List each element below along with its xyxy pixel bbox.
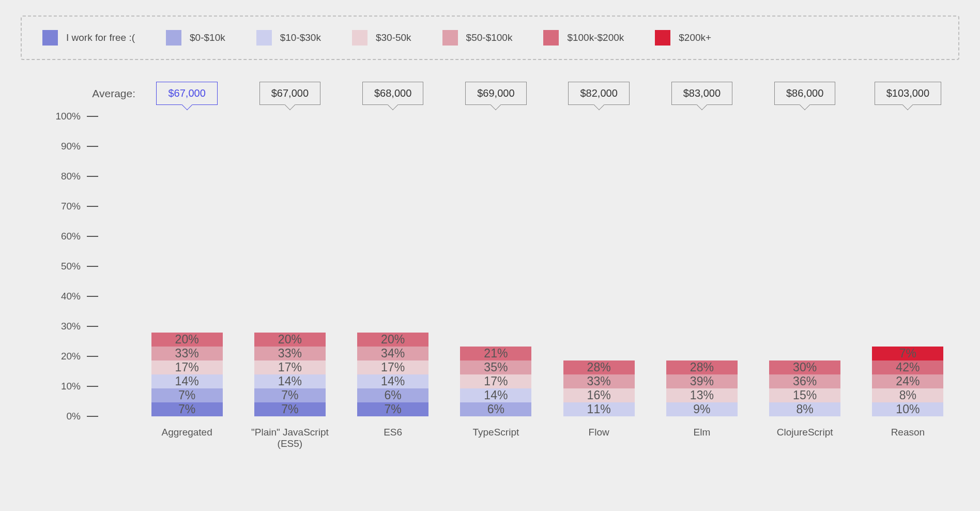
bar-segment: 14% [151,374,223,388]
y-tick: 40% [61,291,98,302]
stacked-bar: 7%7%14%17%33%20% [151,333,223,416]
average-tag: $103,000 [875,82,941,105]
bar-segment-label: 17% [484,374,508,388]
bar-segment: 33% [254,347,326,360]
bar-segment-label: 33% [278,347,302,360]
y-tick: 90% [61,141,98,152]
bar-segment-label: 15% [793,388,817,402]
bar-segment: 13% [666,388,738,402]
bar-segment: 7% [254,388,326,402]
average-row: Average: $67,000$67,000$68,000$69,000$82… [21,82,959,105]
bar-segment: 9% [666,402,738,416]
bar-segment: 6% [357,388,428,402]
bar-segment: 14% [254,374,326,388]
y-tick-mark [87,266,98,267]
y-tick: 60% [61,231,98,242]
bar-segment: 10% [872,402,943,416]
bar-segment-label: 17% [175,360,199,374]
bar-segment: 42% [872,360,943,374]
legend-label: $10-$30k [280,32,321,44]
bar-segment: 16% [563,388,635,402]
chart-area: 0%10%20%30%40%50%60%70%80%90%100% 7%7%14… [21,116,959,416]
average-tag: $68,000 [362,82,423,105]
legend-swatch [442,30,458,46]
bar-segment-label: 20% [278,333,302,347]
average-tag: $86,000 [774,82,835,105]
legend: I work for free :($0-$10k$10-$30k$30-50k… [21,16,959,60]
bar-segment-label: 14% [484,388,508,402]
bar-segment: 17% [254,360,326,374]
y-tick: 100% [55,111,98,122]
bar-segment: 7% [254,402,326,416]
x-axis-label: Aggregated [135,427,238,449]
legend-item: $50-$100k [442,30,513,46]
bar-segment-label: 7% [281,388,298,402]
legend-item: $10-$30k [256,30,321,46]
y-tick-label: 70% [61,201,81,212]
stacked-bar: 10%8%24%42%7% [872,347,943,416]
bar-segment-label: 16% [587,388,611,402]
bar-segment: 20% [254,333,326,347]
bar-segment-label: 17% [381,360,405,374]
bar-segment-label: 7% [385,402,402,416]
y-tick-label: 100% [55,111,81,122]
legend-swatch [166,30,181,46]
bar-segment: 33% [563,374,635,388]
x-axis-label: ES6 [342,427,445,449]
bar-segment: 8% [872,388,943,402]
bar-segment-label: 10% [896,402,920,416]
bar-segment-label: 14% [175,374,199,388]
bar-segment: 20% [357,333,428,347]
legend-swatch [256,30,272,46]
bar-segment: 17% [357,360,428,374]
legend-label: $100k-$200k [567,32,624,44]
bar-segment: 7% [151,402,223,416]
average-tag: $69,000 [465,82,526,105]
bar-segment-label: 7% [178,388,195,402]
y-tick-mark [87,386,98,387]
average-tag: $67,000 [259,82,320,105]
bar-segment-label: 28% [587,360,611,374]
legend-label: $50-$100k [466,32,513,44]
bar-segment-label: 11% [587,402,611,416]
bar-segment: 35% [460,360,531,374]
bar-segment: 39% [666,374,738,388]
bar-segment-label: 14% [278,374,302,388]
bar-segment-label: 7% [178,402,195,416]
legend-swatch [655,30,670,46]
bar-segment-label: 21% [484,347,508,360]
bar-segment: 7% [151,388,223,402]
legend-label: $200k+ [679,32,711,44]
bar-segment: 21% [460,347,531,360]
bar-segment-label: 14% [381,374,405,388]
bar-segment-label: 30% [793,360,817,374]
bar-segment: 33% [151,347,223,360]
stacked-bar: 11%16%33%28% [563,360,635,416]
y-tick-mark [87,236,98,237]
bar-segment-label: 6% [385,388,402,402]
y-tick: 80% [61,171,98,182]
bar-segment: 11% [563,402,635,416]
x-axis-label: TypeScript [445,427,547,449]
legend-label: $0-$10k [190,32,225,44]
y-tick-mark [87,176,98,177]
bar-segment-label: 36% [793,374,817,388]
y-tick-label: 80% [61,171,81,182]
bar-segment: 34% [357,347,428,360]
bar-segment-label: 7% [281,402,298,416]
plot: 7%7%14%17%33%20%7%7%14%17%33%20%7%6%14%1… [135,116,959,416]
bar-segment-label: 8% [797,402,814,416]
y-tick-label: 30% [61,321,81,332]
bar-segment: 20% [151,333,223,347]
bar-segment-label: 8% [899,388,916,402]
y-axis: 0%10%20%30%40%50%60%70%80%90%100% [21,116,98,416]
x-axis-label: "Plain" JavaScript (ES5) [238,427,341,449]
bar-segment-label: 9% [693,402,710,416]
legend-swatch [352,30,368,46]
bar-segment-label: 13% [690,388,714,402]
legend-item: $200k+ [655,30,711,46]
bar-segment-label: 34% [381,347,405,360]
x-axis-label: Elm [650,427,753,449]
stacked-bar: 7%6%14%17%34%20% [357,333,428,416]
y-tick-mark [87,116,98,117]
